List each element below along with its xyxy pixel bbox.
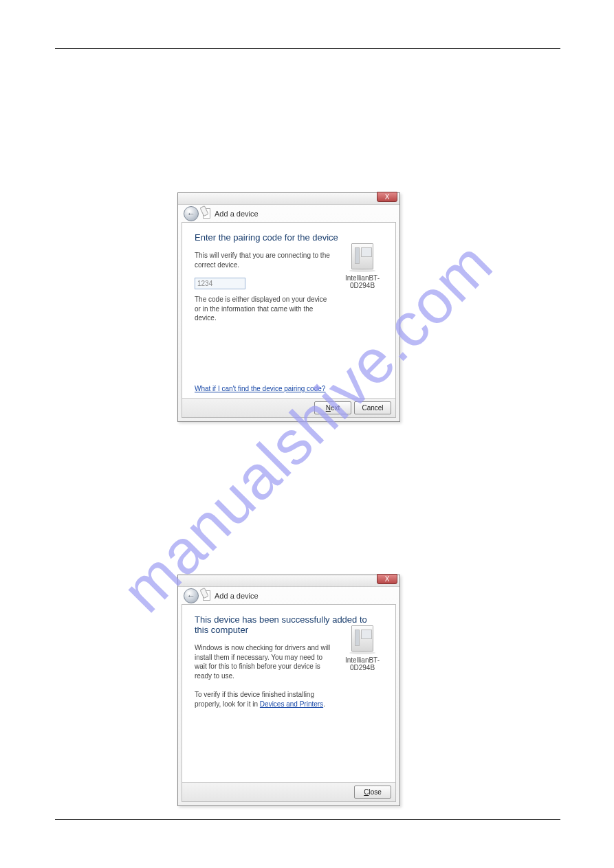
success-body: Windows is now checking for drivers and …	[195, 643, 332, 680]
wizard-icon	[203, 208, 210, 219]
wizard-header: ← Add a device	[178, 205, 399, 222]
device-shadow	[349, 269, 375, 272]
add-device-dialog-pairing: X ← Add a device Enter the pairing code …	[177, 192, 400, 422]
close-button[interactable]: Close	[354, 786, 391, 799]
back-button[interactable]: ←	[184, 206, 199, 221]
back-button[interactable]: ←	[184, 588, 199, 603]
dialog-footer: Close	[182, 782, 395, 801]
verify-row: To verify if this device finished instal…	[195, 690, 332, 709]
wizard-title: Add a device	[215, 592, 259, 600]
window-close-button[interactable]: X	[377, 192, 397, 202]
page-bottom-rule	[55, 819, 560, 820]
cancel-button[interactable]: Cancel	[354, 401, 391, 414]
next-button[interactable]: Next	[314, 401, 351, 414]
wizard-title: Add a device	[215, 210, 259, 218]
pairing-headline: Enter the pairing code for the device	[195, 232, 383, 243]
help-link-row: What if I can't find the device pairing …	[195, 384, 383, 392]
arrow-left-icon: ←	[187, 591, 195, 601]
arrow-left-icon: ←	[187, 209, 195, 219]
device-name-label: IntellianBT-0D294B	[342, 656, 383, 671]
dialog-content: This device has been successfully added …	[182, 604, 396, 802]
device-shadow	[349, 652, 375, 654]
page-top-rule	[55, 48, 560, 49]
pairing-subtitle: This will verify that you are connecting…	[195, 251, 332, 269]
device-preview: IntellianBT-0D294B	[342, 243, 383, 289]
titlebar: X	[178, 193, 399, 205]
pairing-hint: The code is either displayed on your dev…	[195, 295, 332, 323]
wizard-icon	[203, 590, 210, 601]
wizard-header: ← Add a device	[178, 587, 399, 604]
computer-tower-icon	[351, 625, 373, 652]
dialog-footer: Next Cancel	[182, 398, 395, 417]
dialog-content: Enter the pairing code for the device Th…	[182, 222, 396, 418]
device-name-label: IntellianBT-0D294B	[342, 274, 383, 289]
window-close-button[interactable]: X	[377, 574, 397, 584]
devices-and-printers-link[interactable]: Devices and Printers	[260, 700, 323, 708]
add-device-dialog-success: X ← Add a device This device has been su…	[177, 575, 400, 806]
next-button-label-tail: ext	[331, 404, 340, 412]
close-button-label-tail: lose	[369, 788, 381, 796]
titlebar: X	[178, 575, 399, 587]
device-preview: IntellianBT-0D294B	[342, 625, 383, 671]
pairing-code-input[interactable]	[195, 278, 245, 289]
computer-tower-icon	[351, 243, 373, 269]
pairing-help-link[interactable]: What if I can't find the device pairing …	[195, 385, 325, 392]
verify-suffix: .	[323, 700, 325, 708]
